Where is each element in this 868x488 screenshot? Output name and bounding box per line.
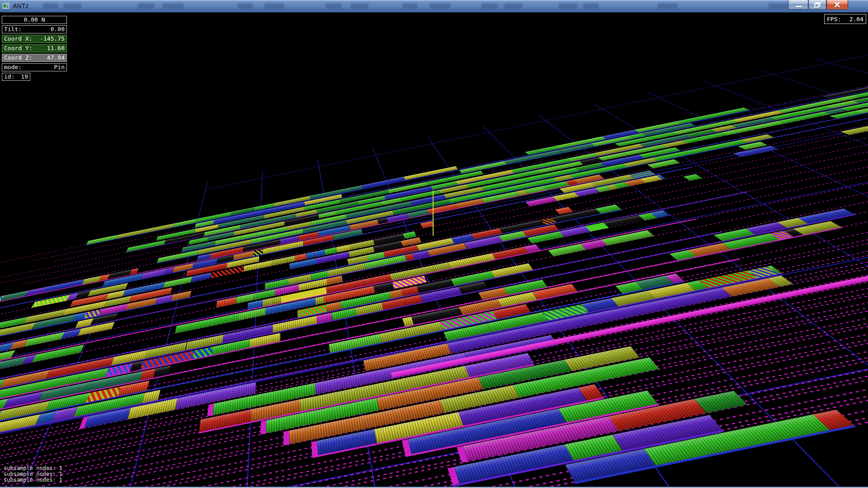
hud-coord_x-label: Coord X:	[4, 35, 33, 42]
scene-rotor	[0, 13, 868, 487]
selected-pin-marker[interactable]	[433, 191, 434, 236]
titlebar[interactable]: ANTz	[0, 0, 868, 13]
titlebar-ghost-smudge	[163, 3, 184, 9]
titlebar-ghost-smudge	[402, 3, 418, 9]
ribbon-segment	[153, 223, 174, 231]
titlebar-ghost-smudge	[769, 3, 789, 9]
ground-plane	[0, 13, 868, 487]
hud-mode-value: Pin	[54, 64, 65, 71]
titlebar-ghost-smudge	[429, 3, 450, 9]
scene-perspective	[0, 13, 868, 487]
hud-coord_x: Coord X:-145.75	[2, 35, 67, 43]
ribbon-segment	[86, 235, 118, 245]
ribbon-start-cap	[283, 431, 289, 446]
titlebar-ghost-smudge	[264, 3, 284, 9]
titlebar-ghost-smudge	[138, 3, 154, 9]
ribbon-segment	[173, 219, 196, 227]
status-console: subsample nodes: 1subsample nodes: 1subs…	[4, 465, 62, 483]
hud-tilt-value: 0.00	[51, 26, 65, 33]
app-icon	[2, 3, 9, 9]
viewport-3d[interactable]	[0, 13, 868, 487]
hud-force: 0.00 N	[2, 16, 67, 24]
fps-value: 2.04	[849, 16, 863, 23]
titlebar-ghost-smudge	[237, 3, 253, 9]
hud-tilt: Tilt:0.00	[2, 25, 67, 33]
fps-counter: FPS: 2.04	[824, 14, 866, 24]
titlebar-ghost-smudge	[63, 3, 81, 9]
titlebar-ghost-smudge	[558, 3, 577, 9]
hud-id: id:19	[2, 73, 30, 81]
titlebar-ghost-smudge	[350, 3, 368, 9]
hud-coord_z-label: Coord Z:	[4, 54, 33, 61]
titlebar-ghost-smudge	[326, 3, 342, 9]
ribbon-segment	[130, 268, 139, 275]
hud-id-value: 19	[21, 73, 28, 80]
minimize-icon	[796, 6, 802, 7]
close-button[interactable]	[826, 0, 848, 9]
hud-id-label: id:	[4, 73, 14, 80]
minimize-button[interactable]	[788, 0, 808, 9]
titlebar-ghost-smudge	[658, 3, 678, 9]
hud-coord_z-value: 47.94	[47, 54, 65, 61]
titlebar-ghost-smudge	[481, 3, 498, 9]
titlebar-ghost-smudge	[43, 3, 58, 9]
hud-mode: mode:Pin	[2, 63, 67, 71]
restore-icon	[814, 2, 821, 8]
antz-window: ANTz 0.00 NTilt:0.00Coord X:-145.75Coord…	[0, 0, 868, 488]
hud-coord_y: Coord Y:11.60	[2, 44, 67, 52]
hud-readouts: 0.00 NTilt:0.00Coord X:-145.75Coord Y:11…	[2, 16, 74, 82]
hud-coord_y-value: 11.60	[47, 45, 65, 52]
status-line: subsample nodes: 1	[4, 477, 62, 483]
hud-coord_z: Coord Z:47.94	[2, 54, 67, 62]
ribbon-segment	[265, 282, 274, 290]
titlebar-ghost-smudge	[504, 3, 522, 9]
hud-coord_x-value: -145.75	[40, 35, 65, 42]
hud-tilt-label: Tilt:	[4, 26, 22, 33]
hud-force-value: 0.00 N	[24, 16, 45, 23]
hud-coord_y-label: Coord Y:	[4, 45, 33, 52]
maximize-button[interactable]	[808, 0, 826, 9]
ribbon-start-cap	[260, 420, 266, 434]
titlebar-ghost-smudge	[583, 3, 599, 9]
window-title: ANTz	[13, 2, 29, 9]
hud-mode-label: mode:	[4, 64, 22, 71]
fps-label: FPS:	[827, 16, 841, 23]
